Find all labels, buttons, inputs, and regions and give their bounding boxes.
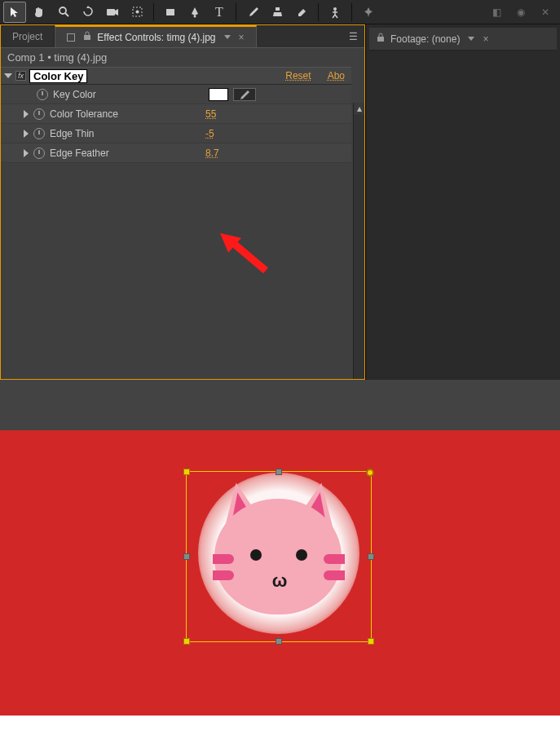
zoom-tool-icon[interactable]	[52, 2, 75, 23]
svg-point-0	[60, 7, 66, 14]
tab-project[interactable]: Project	[1, 25, 55, 47]
prop-color-tolerance: Color Tolerance 55	[1, 104, 351, 124]
prop-label: Key Color	[53, 89, 204, 100]
lock-icon[interactable]	[376, 33, 386, 45]
svg-point-8	[333, 7, 337, 11]
rotate-tool-icon[interactable]	[77, 2, 99, 23]
caret-right-icon[interactable]	[24, 130, 29, 138]
rotate-handle[interactable]	[366, 469, 374, 477]
svg-rect-5	[166, 9, 174, 15]
prop-edge-thin: Edge Thin -5	[1, 124, 351, 143]
workspace-icon-3[interactable]: ✕	[534, 2, 557, 23]
prop-value[interactable]: 55	[205, 108, 216, 120]
close-icon[interactable]: ×	[239, 32, 245, 43]
breadcrumb: Comp 1 • timg (4).jpg	[1, 48, 364, 67]
annotation-arrow-icon	[217, 230, 282, 279]
stopwatch-icon[interactable]	[33, 148, 45, 159]
footage-label: Footage: (none)	[390, 33, 460, 45]
resize-handle[interactable]	[368, 553, 374, 560]
color-swatch[interactable]	[209, 88, 228, 101]
fx-badge-icon[interactable]: fx	[15, 71, 26, 81]
svg-rect-9	[84, 35, 90, 40]
resize-handle[interactable]	[368, 638, 374, 645]
main-toolbar: T ◧ ◉ ✕	[0, 0, 560, 24]
brush-tool-icon[interactable]	[241, 2, 264, 23]
svg-line-1	[65, 13, 68, 16]
tab-label: Effect Controls: timg (4).jpg	[97, 32, 215, 43]
camera-tool-icon[interactable]	[101, 2, 124, 23]
effect-header[interactable]: fx Color Key Reset Abo	[1, 67, 351, 85]
layer-color-icon	[67, 33, 75, 42]
resize-handle[interactable]	[276, 638, 282, 645]
svg-rect-7	[276, 7, 280, 11]
scrollbar[interactable]: ▴	[353, 103, 364, 379]
caret-right-icon[interactable]	[24, 149, 29, 157]
close-icon[interactable]: ×	[483, 33, 488, 45]
effect-controls-panel: Project Effect Controls: timg (4).jpg × …	[0, 24, 365, 380]
stopwatch-icon[interactable]	[37, 89, 48, 100]
caret-right-icon[interactable]	[24, 110, 29, 118]
lock-icon	[82, 31, 92, 43]
resize-handle[interactable]	[183, 553, 190, 560]
workspace-icon-1[interactable]: ◧	[485, 2, 508, 23]
composition-canvas[interactable]: ω ✦	[0, 430, 560, 716]
chevron-down-icon[interactable]	[468, 37, 474, 41]
about-button[interactable]: Abo	[328, 70, 345, 81]
effect-name[interactable]: Color Key	[29, 69, 87, 83]
hand-tool-icon[interactable]	[28, 2, 51, 23]
composition-viewer: ω ✦	[0, 380, 560, 731]
footage-panel: Footage: (none) ×	[365, 24, 560, 380]
stopwatch-icon[interactable]	[33, 108, 45, 120]
svg-rect-10	[377, 37, 384, 42]
text-tool-icon[interactable]: T	[208, 2, 231, 23]
chevron-down-icon[interactable]	[224, 35, 231, 39]
stopwatch-icon[interactable]	[33, 128, 45, 139]
cat-image: ω	[206, 481, 351, 626]
pan-behind-tool-icon[interactable]	[126, 2, 148, 23]
pen-tool-icon[interactable]	[183, 2, 206, 23]
pin-tool-icon[interactable]	[357, 2, 380, 23]
clone-stamp-tool-icon[interactable]	[266, 2, 289, 23]
reset-button[interactable]: Reset	[285, 70, 311, 81]
eyedropper-icon[interactable]	[233, 88, 256, 101]
puppet-tool-icon[interactable]	[324, 2, 346, 23]
tab-effect-controls[interactable]: Effect Controls: timg (4).jpg ×	[55, 25, 256, 47]
prop-key-color: Key Color	[1, 85, 351, 104]
rect-tool-icon[interactable]	[159, 2, 182, 23]
prop-edge-feather: Edge Feather 8.7	[1, 143, 351, 163]
prop-value[interactable]: 8.7	[205, 148, 219, 159]
resize-handle[interactable]	[276, 469, 282, 475]
caret-down-icon[interactable]	[4, 73, 12, 78]
prop-label: Color Tolerance	[50, 108, 201, 120]
tab-label: Project	[12, 31, 42, 42]
prop-value[interactable]: -5	[205, 128, 214, 139]
selection-tool-icon[interactable]	[3, 2, 26, 23]
prop-label: Edge Thin	[50, 128, 201, 139]
resize-handle[interactable]	[183, 469, 190, 475]
scroll-up-icon[interactable]: ▴	[354, 103, 364, 114]
svg-point-4	[135, 11, 139, 14]
svg-point-6	[194, 15, 196, 17]
svg-rect-2	[107, 9, 115, 15]
eraser-tool-icon[interactable]	[290, 2, 313, 23]
prop-label: Edge Feather	[50, 148, 201, 159]
panel-menu-icon[interactable]: ☰	[342, 31, 364, 42]
resize-handle[interactable]	[183, 638, 190, 645]
workspace-icon-2[interactable]: ◉	[509, 2, 532, 23]
layer-selection[interactable]: ω ✦	[186, 471, 372, 642]
